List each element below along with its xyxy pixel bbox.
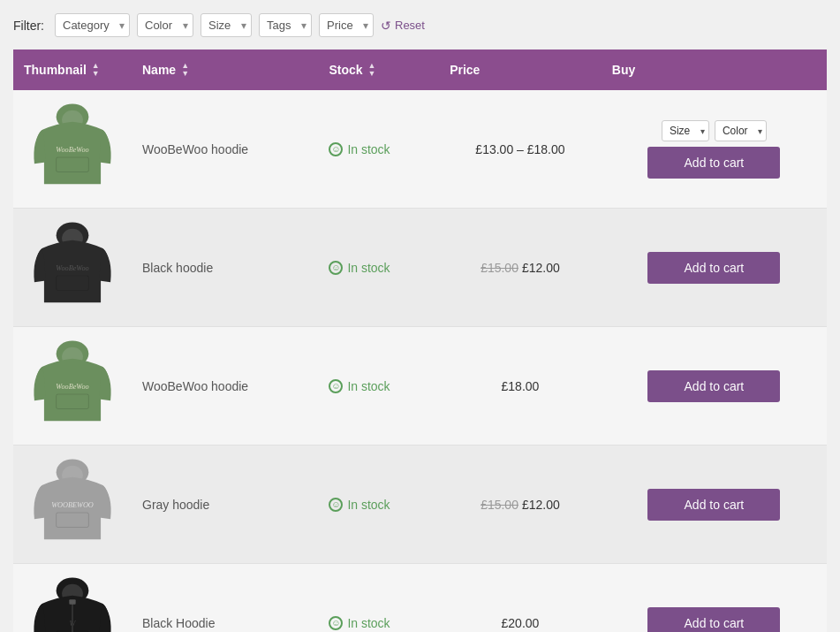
thumbnail-cell: WooBeWoo [13,209,132,327]
stock-label: In stock [347,498,390,512]
table-row: WooBeWoo WooBeWoo hoodie ☺ In stock £18.… [13,327,827,445]
add-to-cart-button[interactable]: Add to cart [647,147,780,179]
add-to-cart-button[interactable]: Add to cart [647,252,780,284]
table-row: WooBeWoo Black hoodie ☺ In stock £15.00£… [13,209,827,327]
reset-label: Reset [395,19,425,32]
reset-button[interactable]: ↺ Reset [381,19,425,33]
th-buy-label: Buy [612,63,635,77]
buy-inner: Add to cart [612,252,816,284]
th-price-label: Price [450,63,480,77]
price: £18.00 [502,379,540,393]
in-stock-icon: ☺ [329,616,343,630]
th-thumbnail[interactable]: Thumbnail ▲▼ [13,49,132,90]
color-filter-wrapper: Color [137,13,193,37]
color-filter[interactable]: Color [137,13,193,37]
th-price: Price [439,49,602,90]
stock-label: In stock [347,261,390,275]
tags-filter[interactable]: Tags [259,13,312,37]
reset-icon: ↺ [381,19,391,33]
svg-rect-10 [57,394,89,409]
in-stock-badge: ☺ In stock [329,261,428,275]
th-stock[interactable]: Stock ▲▼ [318,49,439,90]
price-filter-wrapper: Price [319,13,374,37]
buy-inner: Add to cart [612,607,816,633]
sale-price: £12.00 [522,261,560,275]
table-row: W Black Hoodie ☺ In stock £20.00Add to c… [13,564,827,633]
price: £20.00 [502,616,540,630]
sort-icon-name: ▲▼ [181,62,189,78]
add-to-cart-button[interactable]: Add to cart [647,370,780,402]
svg-text:WooBeWoo: WooBeWoo [56,383,88,391]
size-select[interactable]: Size [662,120,709,141]
size-filter-wrapper: Size [201,13,252,37]
th-name-label: Name [142,63,176,77]
price-cell: £20.00 [439,564,602,633]
add-to-cart-button[interactable]: Add to cart [647,489,780,521]
stock-label: In stock [347,616,390,630]
buy-inner: Add to cart [612,370,816,402]
size-filter[interactable]: Size [201,13,252,37]
buy-cell: Add to cart [602,209,827,327]
in-stock-icon: ☺ [329,142,343,156]
th-name[interactable]: Name ▲▼ [132,49,318,90]
stock-cell: ☺ In stock [318,209,439,327]
price-filter[interactable]: Price [319,13,374,37]
color-select[interactable]: Color [715,120,767,141]
product-name: Gray hoodie [132,445,318,564]
product-table: Thumbnail ▲▼ Name ▲▼ Stock ▲▼ Price [13,49,827,632]
sort-icon-thumbnail: ▲▼ [92,62,100,78]
in-stock-badge: ☺ In stock [329,498,428,512]
in-stock-badge: ☺ In stock [329,616,428,630]
th-thumbnail-label: Thumbnail [24,63,87,77]
buy-cell: Add to cart [602,327,827,445]
tags-filter-wrapper: Tags [259,13,312,37]
product-name: WooBeWoo hoodie [132,327,318,445]
stock-cell: ☺ In stock [318,445,439,564]
filter-bar: Filter: Category Color Size Tags Price ↺… [13,13,827,37]
original-price: £15.00 [481,498,518,512]
original-price: £15.00 [481,261,518,275]
sort-icon-stock: ▲▼ [368,62,376,78]
price-cell: £15.00£12.00 [439,209,602,327]
price: £13.00 – £18.00 [475,142,564,156]
stock-label: In stock [347,379,390,393]
thumbnail-cell: WOOBEWOO [13,445,132,564]
filter-label: Filter: [13,19,44,33]
buy-inner: Add to cart [612,489,816,521]
svg-rect-2 [57,157,89,172]
th-buy: Buy [602,49,827,90]
table-row: WooBeWoo WooBeWoo hoodie ☺ In stock £13.… [13,90,827,209]
price-cell: £18.00 [439,327,602,445]
in-stock-icon: ☺ [329,379,343,393]
sale-price: £12.00 [522,498,560,512]
add-to-cart-button[interactable]: Add to cart [647,607,780,633]
product-name: Black Hoodie [132,564,318,633]
svg-text:WOOBEWOO: WOOBEWOO [51,501,94,509]
product-name: WooBeWoo hoodie [132,90,318,209]
category-filter[interactable]: Category [55,13,130,37]
price-cell: £13.00 – £18.00 [439,90,602,209]
buy-inner: Size Color Add to cart [612,120,816,179]
stock-cell: ☺ In stock [318,327,439,445]
in-stock-icon: ☺ [329,261,343,275]
svg-text:WooBeWoo: WooBeWoo [56,264,88,272]
svg-rect-6 [57,276,89,291]
stock-label: In stock [347,142,390,156]
thumbnail-cell: WooBeWoo [13,327,132,445]
stock-cell: ☺ In stock [318,90,439,209]
category-filter-wrapper: Category [55,13,130,37]
stock-cell: ☺ In stock [318,564,439,633]
table-header-row: Thumbnail ▲▼ Name ▲▼ Stock ▲▼ Price [13,49,827,90]
in-stock-badge: ☺ In stock [329,379,428,393]
buy-cell: Add to cart [602,564,827,633]
price-cell: £15.00£12.00 [439,445,602,564]
buy-cell: Size Color Add to cart [602,90,827,209]
svg-rect-21 [69,599,75,605]
color-select-wrapper: Color [715,120,767,141]
in-stock-icon: ☺ [329,498,343,512]
size-select-wrapper: Size [662,120,709,141]
product-name: Black hoodie [132,209,318,327]
th-stock-label: Stock [329,63,362,77]
in-stock-badge: ☺ In stock [329,142,428,156]
svg-rect-14 [57,513,89,528]
